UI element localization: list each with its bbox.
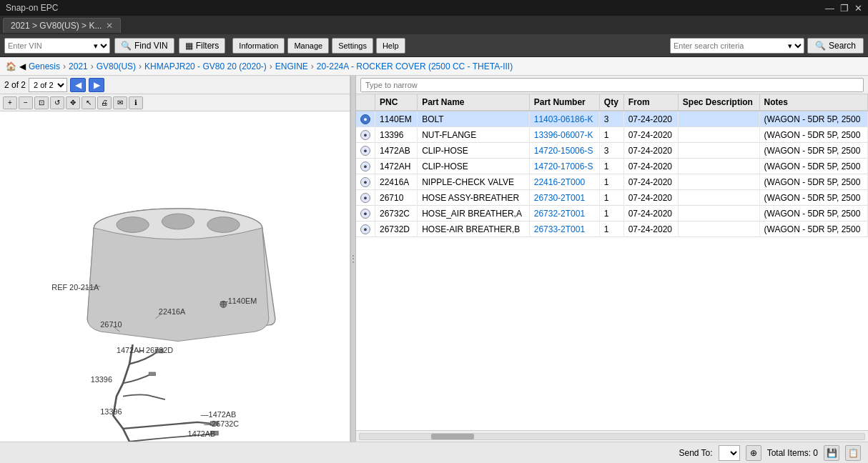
prev-page-button[interactable]: ◀ [70, 78, 86, 92]
col-from[interactable]: From [623, 94, 678, 111]
home-icon[interactable]: 🏠 [6, 61, 16, 71]
circle-icon[interactable]: ● [360, 209, 370, 219]
circle-icon[interactable]: ● [360, 177, 370, 187]
h-scrollbar-area[interactable] [356, 430, 868, 442]
breadcrumb-genesis[interactable]: Genesis [29, 61, 60, 71]
settings-button[interactable]: Settings [332, 38, 373, 54]
table-row[interactable]: ●26710HOSE ASSY-BREATHER26730-2T001107-2… [356, 190, 868, 206]
row-circle-btn[interactable]: ● [356, 206, 375, 221]
page-select[interactable]: 2 of 2 1 of 2 [29, 78, 67, 92]
search-icon: 🔍 [121, 41, 132, 51]
manage-button[interactable]: Manage [287, 38, 329, 54]
svg-text:—1140EM: —1140EM [220, 297, 257, 305]
search-button[interactable]: 🔍 Search [807, 38, 864, 54]
partnumber-cell[interactable]: 13396-06007-K [529, 127, 599, 143]
col-qty[interactable]: Qty [599, 94, 623, 111]
send-to-icon-button[interactable]: ⊕ [746, 445, 761, 461]
restore-button[interactable]: ❐ [840, 3, 849, 14]
top-nav-buttons: Information Manage Settings Help [232, 38, 405, 54]
row-circle-btn[interactable]: ● [356, 221, 375, 237]
partname-cell: CLIP-HOSE [418, 159, 530, 174]
row-circle-btn[interactable]: ● [356, 159, 375, 174]
tab-close-icon[interactable]: ✕ [106, 21, 113, 31]
table-row[interactable]: ●22416ANIPPLE-CHECK VALVE22416-2T000107-… [356, 174, 868, 190]
parts-table-wrapper[interactable]: PNC Part Name Part Number Qty From Spec … [356, 94, 868, 430]
zoom-out-button[interactable]: − [19, 96, 33, 109]
table-row[interactable]: ●1472AHCLIP-HOSE14720-17006-S107-24-2020… [356, 159, 868, 174]
breadcrumb-section[interactable]: 20-224A - ROCKER COVER (2500 CC - THETA-… [317, 61, 513, 71]
next-page-button[interactable]: ▶ [89, 78, 104, 92]
information-button[interactable]: Information [232, 38, 285, 54]
row-circle-btn[interactable]: ● [356, 190, 375, 206]
pan-button[interactable]: ✥ [66, 96, 80, 109]
from-cell: 07-24-2020 [623, 159, 678, 174]
search-input[interactable] [671, 39, 785, 53]
partnumber-cell[interactable]: 26733-2T001 [529, 221, 599, 237]
breadcrumb-engine[interactable]: ENGINE [275, 61, 308, 71]
row-circle-btn[interactable]: ● [356, 127, 375, 143]
back-icon[interactable]: ◀ [19, 61, 26, 71]
pnc-cell: 26710 [375, 190, 418, 206]
help-button[interactable]: Help [376, 38, 405, 54]
minimize-button[interactable]: — [825, 3, 834, 14]
find-vin-button[interactable]: 🔍 Find VIN [114, 38, 174, 54]
spec-cell [678, 206, 759, 221]
partnumber-cell[interactable]: 14720-17006-S [529, 159, 599, 174]
svg-text:13396: 13396 [91, 375, 112, 384]
print-button[interactable]: 🖨 [97, 96, 112, 109]
from-cell: 07-24-2020 [623, 143, 678, 159]
partnumber-cell[interactable]: 14720-15006-S [529, 143, 599, 159]
titlebar: Snap-on EPC — ❐ ✕ [0, 0, 868, 16]
zoom-fit-button[interactable]: ⊡ [34, 96, 49, 109]
circle-icon[interactable]: ● [360, 130, 370, 140]
partnumber-cell[interactable]: 26732-2T001 [529, 206, 599, 221]
save-icon-button[interactable]: 💾 [824, 445, 839, 461]
col-notes[interactable]: Notes [759, 94, 867, 111]
circle-icon[interactable]: ● [360, 114, 370, 124]
narrow-input[interactable] [360, 78, 864, 92]
main-tab[interactable]: 2021 > GV80(US) > K... ✕ [3, 18, 121, 33]
info-button[interactable]: ℹ [129, 96, 143, 109]
col-partname[interactable]: Part Name [418, 94, 530, 111]
partnumber-cell[interactable]: 11403-06186-K [529, 111, 599, 127]
email-button[interactable]: ✉ [113, 96, 127, 109]
filter-icon: ▦ [185, 41, 193, 51]
breadcrumb: 🏠 ◀ Genesis › 2021 › GV80(US) › KHMAPJR2… [0, 57, 868, 76]
breadcrumb-model[interactable]: KHMAPJR20 - GV80 20 (2020-) [144, 61, 267, 71]
vin-dropdown[interactable]: ▾ [91, 39, 109, 53]
table-row[interactable]: ●1140EMBOLT11403-06186-K307-24-2020(WAGO… [356, 111, 868, 127]
zoom-reset-button[interactable]: ↺ [50, 96, 64, 109]
qty-cell: 1 [599, 174, 623, 190]
search-dropdown[interactable]: ▾ [785, 39, 804, 53]
col-spec[interactable]: Spec Description [678, 94, 759, 111]
col-pnc[interactable]: PNC [375, 94, 418, 111]
vin-input[interactable] [5, 39, 91, 53]
circle-icon[interactable]: ● [360, 193, 370, 203]
diagram-area[interactable]: REF 20-211A —1140EM 22416A 26710 1472AH … [0, 111, 350, 442]
table-row[interactable]: ●26732DHOSE-AIR BREATHER,B26733-2T001107… [356, 221, 868, 237]
col-partnumber[interactable]: Part Number [529, 94, 599, 111]
breadcrumb-2021[interactable]: 2021 [69, 61, 88, 71]
zoom-in-button[interactable]: + [3, 96, 17, 109]
table-header-row: PNC Part Name Part Number Qty From Spec … [356, 94, 868, 111]
table-row[interactable]: ●1472ABCLIP-HOSE14720-15006-S307-24-2020… [356, 143, 868, 159]
row-circle-btn[interactable]: ● [356, 111, 375, 127]
breadcrumb-gv80us[interactable]: GV80(US) [97, 61, 136, 71]
row-circle-btn[interactable]: ● [356, 174, 375, 190]
send-to-select[interactable] [719, 445, 740, 461]
filters-button[interactable]: ▦ Filters [179, 38, 226, 54]
circle-icon[interactable]: ● [360, 146, 370, 156]
table-row[interactable]: ●13396NUT-FLANGE13396-06007-K107-24-2020… [356, 127, 868, 143]
row-circle-btn[interactable]: ● [356, 143, 375, 159]
panel-splitter[interactable] [350, 76, 356, 442]
from-cell: 07-24-2020 [623, 206, 678, 221]
select-button[interactable]: ↖ [82, 96, 96, 109]
circle-icon[interactable]: ● [360, 161, 370, 171]
partnumber-cell[interactable]: 22416-2T000 [529, 174, 599, 190]
close-button[interactable]: ✕ [854, 3, 862, 14]
table-row[interactable]: ●26732CHOSE_AIR BREATHER,A26732-2T001107… [356, 206, 868, 221]
qty-cell: 3 [599, 143, 623, 159]
partnumber-cell[interactable]: 26730-2T001 [529, 190, 599, 206]
copy-icon-button[interactable]: 📋 [845, 445, 861, 461]
circle-icon[interactable]: ● [360, 224, 370, 234]
